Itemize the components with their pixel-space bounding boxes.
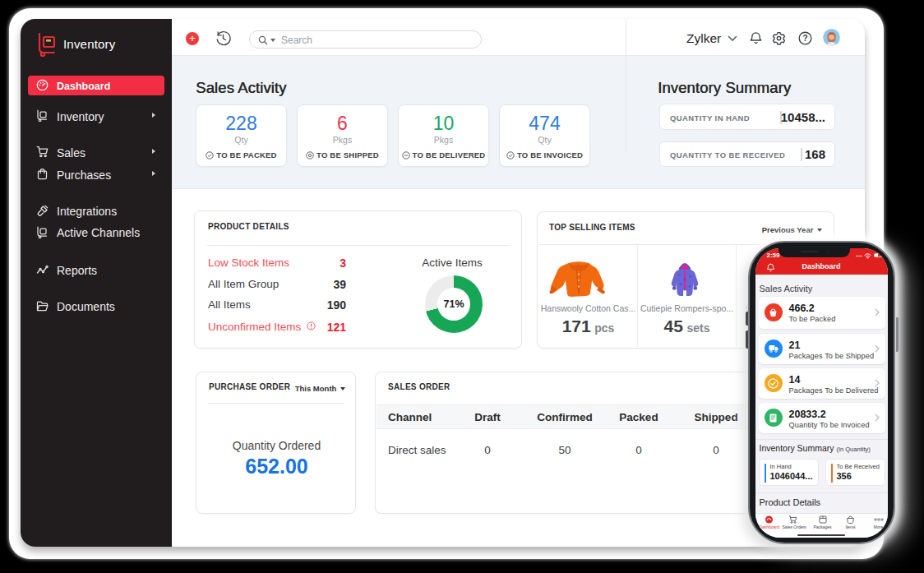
svg-text:?: ? <box>802 34 807 43</box>
